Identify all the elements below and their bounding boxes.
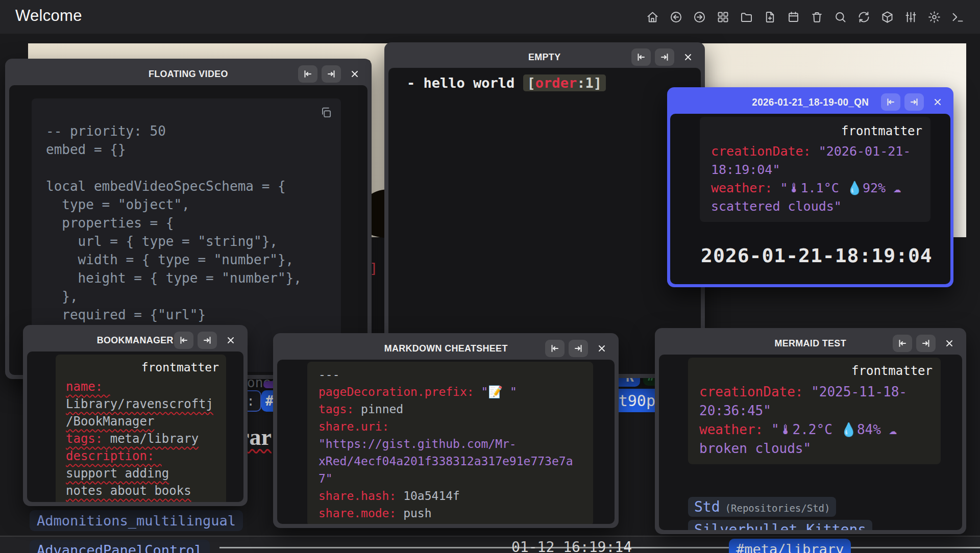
dock-left-button[interactable] xyxy=(174,332,193,349)
page-link-advanced-panel-control[interactable]: AdvancedPanelControl xyxy=(30,540,210,553)
window-content: frontmattername: Library/ravenscroftj/Bo… xyxy=(27,351,243,502)
horizontal-divider xyxy=(0,536,980,537)
frontmatter-code-block[interactable]: frontmattercreationDate: "2026-01-21-18:… xyxy=(700,117,930,222)
close-button[interactable] xyxy=(678,48,698,66)
window-title: BOOKMANAGER xyxy=(97,335,174,346)
code-line: share.uri: xyxy=(318,418,584,435)
code-line: using metadata from xyxy=(66,499,219,502)
code-line: xRed/4ecf04a201f338312a317e91e773e7a xyxy=(318,453,584,470)
toolbar-icons xyxy=(646,0,965,34)
window-title: EMPTY xyxy=(528,52,560,63)
code-line: scattered clouds" xyxy=(711,197,922,216)
link-suffix: (Repositories/Std) xyxy=(725,502,830,514)
search-icon[interactable] xyxy=(834,10,847,24)
code-line: broken clouds" xyxy=(699,439,933,458)
timestamp-text: 01-12 16:19:14 xyxy=(511,539,632,553)
dock-right-button[interactable] xyxy=(198,332,217,349)
code-line: required = {"url"} xyxy=(46,306,331,324)
close-button[interactable] xyxy=(221,332,240,349)
window-titlebar[interactable]: FLOATING VIDEO xyxy=(9,63,368,85)
code-line xyxy=(46,159,331,177)
window-titlebar[interactable]: BOOKMANAGER xyxy=(27,329,243,351)
app-window: ones : #s rar ] K #m t90p Admonitions_mu… xyxy=(0,0,980,553)
window-controls xyxy=(174,332,240,349)
window-content: ---pageDecoration.prefix: "📝 "tags: pinn… xyxy=(277,360,615,524)
code-line: properties = { xyxy=(46,214,331,232)
home-icon[interactable] xyxy=(646,10,659,24)
dock-right-button[interactable] xyxy=(569,340,588,357)
window-bookmanager: BOOKMANAGER frontmattername: Library/rav… xyxy=(23,325,248,506)
window-titlebar[interactable]: MARKDOWN CHEATSHEET xyxy=(277,337,615,360)
settings-gear-icon[interactable] xyxy=(927,10,941,24)
order-attribute-chip[interactable]: [order:1] xyxy=(523,74,606,91)
page-link-admonitions[interactable]: Admonitions_multilingual xyxy=(30,510,243,531)
code-line: url = { type = "string"}, xyxy=(46,232,331,250)
new-file-icon[interactable] xyxy=(763,10,777,24)
frontmatter-code-block[interactable]: frontmattercreationDate: "2025-11-18-20:… xyxy=(688,358,941,464)
window-titlebar[interactable]: MERMAID TEST xyxy=(659,332,962,355)
window-content: - hello world [order:1] xyxy=(388,68,701,374)
meta-library-tag[interactable]: #meta/library xyxy=(729,539,851,553)
code-line: weather: "🌡1.1°C 💧92% ☁ xyxy=(711,179,922,197)
close-button[interactable] xyxy=(940,335,959,352)
code-line: creationDate: "2026-01-21- xyxy=(711,142,922,161)
code-line: notes about books xyxy=(66,482,219,499)
chip-bracket: [ xyxy=(527,75,535,91)
code-block-label: frontmatter xyxy=(711,122,922,142)
code-line: tags: meta/library xyxy=(66,430,219,447)
window-titlebar[interactable]: 2026-01-21_18-19-00_QN xyxy=(670,90,950,114)
dock-left-button[interactable] xyxy=(881,93,900,111)
terminal-icon[interactable] xyxy=(951,10,965,24)
window-titlebar[interactable]: EMPTY xyxy=(388,46,701,68)
copy-icon[interactable] xyxy=(320,106,333,119)
forward-icon[interactable] xyxy=(693,10,706,24)
dock-right-button[interactable] xyxy=(322,65,341,83)
link-std[interactable]: Std(Repositories/Std) xyxy=(688,497,836,517)
window-content: frontmattercreationDate: "2025-11-18-20:… xyxy=(659,355,962,530)
bullet-text: hello world xyxy=(424,75,523,91)
code-line: weather: "🌡2.2°C 💧84% ☁ xyxy=(699,420,933,439)
close-button[interactable] xyxy=(345,65,364,83)
dock-left-button[interactable] xyxy=(545,340,565,357)
window-title: MERMAID TEST xyxy=(775,338,846,349)
close-button[interactable] xyxy=(592,340,611,357)
code-line: 18:19:04" xyxy=(711,161,922,179)
frontmatter-code-block[interactable]: frontmattername: Library/ravenscroftj/Bo… xyxy=(56,355,226,502)
code-line: creationDate: "2025-11-18- xyxy=(699,383,933,401)
chip-key: order xyxy=(535,75,577,91)
code-block-label: frontmatter xyxy=(699,362,933,383)
dock-right-button[interactable] xyxy=(904,93,924,111)
dock-right-button[interactable] xyxy=(655,48,674,66)
close-button[interactable] xyxy=(928,93,947,111)
code-line: local embedVideoSpecSchema = { xyxy=(46,177,331,195)
back-icon[interactable] xyxy=(669,10,683,24)
code-line: "https://gist.github.com/Mr- xyxy=(318,435,584,453)
package-icon[interactable] xyxy=(880,10,894,24)
folder-icon[interactable] xyxy=(740,10,753,24)
dock-left-button[interactable] xyxy=(298,65,317,83)
frontmatter-code-block[interactable]: ---pageDecoration.prefix: "📝 "tags: pinn… xyxy=(307,362,593,524)
code-line: height = { type = "number"}, xyxy=(46,269,331,287)
sync-icon[interactable] xyxy=(857,10,871,24)
code-line: 20:36:45" xyxy=(699,401,933,420)
code-line: description: xyxy=(66,447,219,465)
window-title: 2026-01-21_18-19-00_QN xyxy=(752,96,869,108)
code-line: 7" xyxy=(318,470,584,487)
layout-grid-icon[interactable] xyxy=(716,10,730,24)
dock-right-button[interactable] xyxy=(916,335,936,352)
window-title: FLOATING VIDEO xyxy=(149,68,228,80)
dock-left-button[interactable] xyxy=(893,335,912,352)
link-silverbullet-kittens[interactable]: Silverbullet Kittens xyxy=(688,520,872,530)
trash-icon[interactable] xyxy=(810,10,824,24)
filters-icon[interactable] xyxy=(904,10,918,24)
code-line: share.mode: push xyxy=(318,505,584,522)
dock-left-button[interactable] xyxy=(631,48,651,66)
window-controls xyxy=(631,48,698,66)
code-line: -- priority: 50 xyxy=(46,122,331,140)
window-content: frontmattercreationDate: "2026-01-21-18:… xyxy=(670,114,950,284)
code-line: pageDecoration.prefix: "📝 " xyxy=(318,383,584,400)
code-line: name: xyxy=(66,378,219,395)
calendar-icon[interactable] xyxy=(787,10,800,24)
code-line: }, xyxy=(46,287,331,306)
todo-list-item[interactable]: - hello world [order:1] xyxy=(407,75,701,91)
